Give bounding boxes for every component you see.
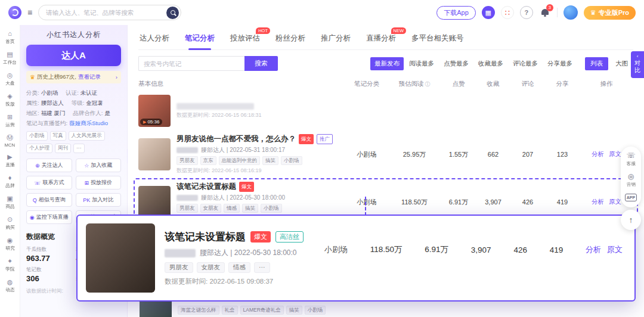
app-logo-icon[interactable] bbox=[8, 6, 21, 19]
info-icon[interactable]: ⓘ bbox=[425, 81, 431, 87]
note-title-link[interactable]: 该笔记未设置标题 bbox=[177, 182, 236, 191]
rail-item-live[interactable]: ▶直播 bbox=[0, 151, 20, 172]
original-link[interactable]: 原文 bbox=[607, 244, 623, 255]
tab-fans-analysis[interactable]: 粉丝分析 bbox=[275, 33, 305, 43]
tab-note-analysis[interactable]: 笔记分析 bbox=[185, 33, 215, 43]
rail-item-brand[interactable]: ♦品牌 bbox=[0, 172, 20, 192]
rail-item-feed[interactable]: ◍动态 bbox=[0, 276, 20, 297]
global-search-input[interactable] bbox=[46, 9, 163, 16]
ranking-history[interactable]: ♛ 历史上榜967次, 查看记录 › bbox=[26, 71, 121, 83]
app-download-button[interactable]: APP bbox=[625, 194, 637, 202]
tab-promotion-analysis[interactable]: 推广分析 bbox=[321, 33, 351, 43]
original-link[interactable]: 原文 bbox=[609, 198, 621, 206]
rail-item-market[interactable]: ◎大盘 bbox=[0, 69, 20, 90]
profile-tag[interactable]: ··· bbox=[73, 144, 85, 153]
sort-most-read[interactable]: 阅读最多 bbox=[405, 57, 438, 70]
similar-accounts-button[interactable]: Q相似号查询 bbox=[26, 193, 72, 207]
rail-item-academy[interactable]: ✦学院 bbox=[0, 255, 20, 276]
history-link[interactable]: 查看记录 bbox=[78, 73, 101, 81]
products-grid-icon[interactable]: ▦ bbox=[482, 6, 495, 19]
note-tag[interactable]: 搞笑 bbox=[286, 306, 302, 315]
view-list-button[interactable]: 列表 bbox=[585, 57, 608, 70]
brand-icon: ♦ bbox=[8, 174, 12, 182]
profile-tag[interactable]: 写真 bbox=[50, 131, 66, 141]
note-tag[interactable]: 总能选到中意的 bbox=[219, 156, 261, 165]
note-tag[interactable]: 情感 bbox=[224, 204, 240, 213]
sort-latest[interactable]: 最新发布 bbox=[370, 57, 404, 70]
note-tag[interactable]: 小剧场 bbox=[281, 156, 302, 165]
note-thumbnail-large[interactable] bbox=[86, 223, 155, 293]
sort-most-shared[interactable]: 分享最多 bbox=[543, 57, 577, 70]
note-thumbnail[interactable]: ▶05:36 bbox=[138, 95, 171, 127]
rail-item-purchase[interactable]: ⊙购买 bbox=[0, 213, 20, 234]
notifications-button[interactable]: 3 bbox=[539, 7, 551, 18]
pk-compare-button[interactable]: PK加入对比 bbox=[76, 193, 122, 207]
compare-drawer-tab[interactable]: ‹ 对比 bbox=[631, 51, 644, 78]
note-tag[interactable]: 小剧场 bbox=[305, 306, 326, 315]
original-link[interactable]: 原文 bbox=[609, 150, 621, 158]
market-icon: ◎ bbox=[7, 72, 13, 79]
pro-button[interactable]: ♛ 专业版Pro bbox=[584, 6, 636, 20]
follow-button[interactable]: ⊕关注达人 bbox=[26, 158, 72, 172]
note-search-button[interactable]: 搜索 bbox=[244, 56, 278, 71]
rail-item-placement[interactable]: ◈投放 bbox=[0, 90, 20, 111]
customer-service-button[interactable]: ☏客服 bbox=[626, 152, 636, 167]
tab-label: 推广分析 bbox=[321, 34, 351, 42]
note-thumbnail[interactable] bbox=[138, 186, 171, 218]
note-search-input[interactable] bbox=[138, 56, 244, 71]
sort-most-collected[interactable]: 收藏最多 bbox=[474, 57, 507, 70]
note-tag[interactable]: 男朋友 bbox=[177, 156, 198, 165]
note-tag[interactable]: 京东 bbox=[200, 156, 216, 165]
marketing-button[interactable]: ◎营销 bbox=[626, 173, 636, 188]
note-title-link[interactable]: 男朋友说他一点都不爱我，怎么办？ bbox=[177, 135, 296, 144]
analyze-link[interactable]: 分析 bbox=[592, 150, 604, 158]
note-tag[interactable]: 女朋友 bbox=[200, 204, 222, 213]
profile-tag[interactable]: 人文风光展示 bbox=[69, 131, 105, 141]
note-tag[interactable]: 男朋友 bbox=[165, 262, 193, 273]
tab-influencer-analysis[interactable]: 达人分析 bbox=[140, 33, 169, 43]
avatar[interactable] bbox=[564, 5, 578, 20]
rail-item-workbench[interactable]: ▤工作台 bbox=[0, 48, 20, 69]
influencer-name-button[interactable]: 达人A bbox=[26, 45, 121, 66]
sidebar-toggle-icon[interactable]: ≡ bbox=[27, 8, 32, 17]
note-title[interactable]: 该笔记未设置标题 bbox=[165, 230, 246, 244]
monitor-live-button[interactable]: ◉监控下场直播 bbox=[26, 210, 72, 224]
rail-item-mcn[interactable]: ⓂMCN bbox=[0, 132, 20, 151]
quote-button[interactable]: ⊞投放报价 bbox=[76, 176, 122, 189]
note-tag[interactable]: 小剧场 bbox=[261, 204, 282, 213]
help-icon[interactable]: ? bbox=[520, 6, 533, 19]
rail-item-goods[interactable]: ▣商品 bbox=[0, 192, 20, 213]
note-thumbnail[interactable] bbox=[140, 299, 172, 317]
note-tag[interactable]: 搞笑 bbox=[262, 156, 278, 165]
sort-most-commented[interactable]: 评论最多 bbox=[509, 57, 542, 70]
note-thumbnail[interactable] bbox=[138, 138, 171, 170]
download-app-button[interactable]: 下载App bbox=[436, 6, 476, 20]
contact-button[interactable]: ☏联系方式 bbox=[26, 176, 72, 189]
tab-placement-evaluation[interactable]: 投放评估HOT bbox=[230, 33, 260, 43]
rail-item-operation[interactable]: ⊞运营 bbox=[0, 111, 20, 132]
note-tag[interactable]: 海蓝之谜怎么样 bbox=[178, 306, 219, 315]
favorite-button[interactable]: ☆加入收藏 bbox=[76, 158, 122, 172]
profile-tag[interactable]: 小剧场 bbox=[26, 131, 48, 141]
note-tag[interactable]: 女朋友 bbox=[197, 262, 225, 273]
profile-tag[interactable]: 周刊 bbox=[55, 144, 71, 153]
view-grid-button[interactable]: 大图 bbox=[610, 57, 633, 70]
analyze-link[interactable]: 分析 bbox=[592, 198, 604, 206]
note-tag[interactable]: ··· bbox=[254, 262, 270, 273]
note-tag[interactable]: LAMER奇迹礼盒 bbox=[240, 306, 284, 315]
back-to-top-button[interactable]: ↑ bbox=[621, 210, 641, 230]
tab-multi-platform[interactable]: 多平台相关账号 bbox=[411, 33, 464, 43]
note-tag[interactable]: 男朋友 bbox=[177, 204, 198, 213]
global-search-button[interactable] bbox=[166, 7, 179, 19]
rail-item-home[interactable]: ⌂首页 bbox=[0, 27, 20, 48]
note-tag[interactable]: 搞笑 bbox=[242, 204, 258, 213]
mcn-link[interactable]: 薇娅商乐Studio bbox=[69, 118, 108, 128]
tab-live-analysis[interactable]: 直播分析NEW bbox=[366, 33, 396, 43]
note-tag[interactable]: 礼盒 bbox=[222, 306, 238, 315]
sort-most-liked[interactable]: 点赞最多 bbox=[439, 57, 473, 70]
rail-item-research[interactable]: ◉研究 bbox=[0, 234, 20, 255]
profile-tag[interactable]: 个人护理 bbox=[26, 144, 52, 153]
note-tag[interactable]: 情感 bbox=[228, 262, 250, 273]
apps-icon[interactable]: ∷ bbox=[501, 6, 514, 19]
analyze-link[interactable]: 分析 bbox=[586, 244, 601, 255]
